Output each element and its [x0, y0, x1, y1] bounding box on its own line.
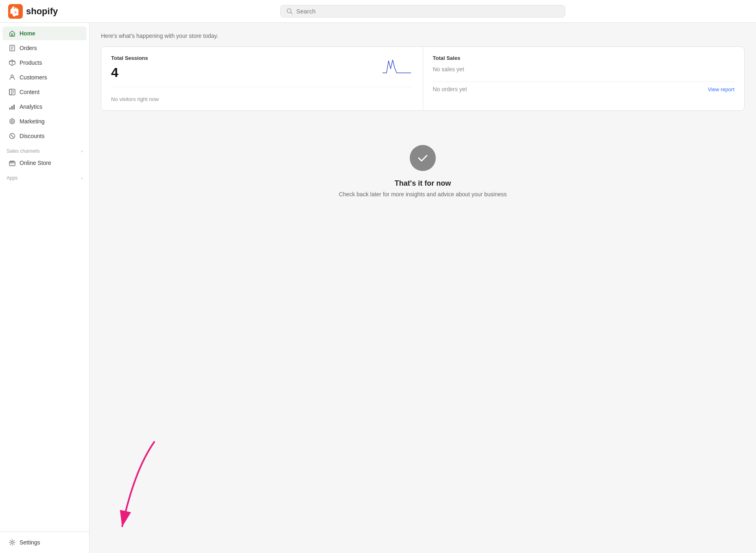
logo-text: shopify — [26, 6, 58, 17]
arrow-annotation — [94, 437, 175, 545]
sidebar-item-discounts[interactable]: Discounts — [2, 129, 87, 143]
svg-rect-16 — [9, 89, 11, 95]
layout: Home Orders Products Custo — [0, 23, 756, 553]
sidebar-bottom: Settings — [0, 531, 89, 550]
online-store-icon — [9, 160, 15, 166]
svg-point-14 — [11, 75, 13, 77]
sessions-chart — [380, 57, 413, 79]
sales-channels-label: Sales channels — [7, 148, 39, 154]
svg-line-5 — [291, 12, 293, 14]
sessions-header: Total Sessions 4 — [111, 55, 413, 83]
sidebar-item-home[interactable]: Home — [2, 26, 87, 40]
sales-values: No sales yet — [433, 66, 735, 77]
sales-title: Total Sales — [433, 55, 735, 61]
check-circle — [410, 145, 436, 171]
sales-channels-section: Sales channels › — [0, 143, 89, 156]
svg-text:S: S — [14, 11, 17, 14]
sidebar-item-customers[interactable]: Customers — [2, 70, 87, 84]
main-content: Here's what's happening with your store … — [90, 23, 756, 553]
sidebar-item-customers-label: Customers — [20, 74, 47, 81]
sidebar-item-settings[interactable]: Settings — [2, 535, 87, 549]
home-icon — [9, 30, 15, 37]
sidebar-item-products-label: Products — [20, 59, 42, 66]
sidebar-item-products[interactable]: Products — [2, 56, 87, 70]
sidebar-item-settings-label: Settings — [20, 539, 40, 546]
checkmark-icon — [416, 151, 429, 165]
apps-label: Apps — [7, 175, 17, 181]
sessions-title: Total Sessions — [111, 55, 148, 61]
no-orders-text: No orders yet — [433, 86, 467, 92]
discounts-icon — [9, 133, 15, 139]
search-bar[interactable] — [280, 5, 565, 18]
svg-point-33 — [11, 162, 12, 163]
sidebar-item-content[interactable]: Content — [2, 85, 87, 99]
svg-rect-21 — [11, 106, 13, 110]
sidebar-item-marketing[interactable]: Marketing — [2, 114, 87, 128]
sidebar-item-analytics-label: Analytics — [20, 103, 42, 110]
stats-cards: Total Sessions 4 No visitors right now — [101, 46, 745, 111]
sessions-value: 4 — [111, 65, 148, 80]
header: S shopify — [0, 0, 756, 23]
svg-rect-20 — [9, 108, 11, 110]
total-sessions-card: Total Sessions 4 No visitors right now — [101, 47, 423, 110]
total-sales-card: Total Sales No sales yet No orders yet V… — [423, 47, 745, 110]
sessions-chart-svg — [380, 57, 413, 77]
main-subtitle: Here's what's happening with your store … — [101, 33, 745, 39]
thats-it-subtitle: Check back later for more insights and a… — [339, 191, 507, 198]
content-icon — [9, 89, 15, 95]
no-sales-text: No sales yet — [433, 66, 735, 72]
sidebar-item-orders-label: Orders — [20, 45, 37, 51]
svg-rect-22 — [13, 105, 15, 110]
sidebar-item-analytics[interactable]: Analytics — [2, 100, 87, 114]
apps-section: Apps › — [0, 170, 89, 182]
svg-rect-6 — [11, 34, 13, 36]
sidebar: Home Orders Products Custo — [0, 23, 90, 553]
sidebar-item-online-store[interactable]: Online Store — [2, 156, 87, 170]
view-report-link[interactable]: View report — [708, 86, 734, 92]
sidebar-item-discounts-label: Discounts — [20, 133, 44, 139]
arrow-svg — [94, 437, 175, 543]
thats-it-title: That's it for now — [395, 179, 451, 188]
sessions-info: Total Sessions 4 — [111, 55, 148, 83]
sidebar-item-online-store-label: Online Store — [20, 160, 51, 166]
customers-icon — [9, 74, 15, 81]
thats-it-section: That's it for now Check back later for m… — [101, 121, 745, 222]
chevron-right-icon: › — [81, 149, 83, 154]
sidebar-item-home-label: Home — [20, 30, 35, 37]
svg-point-29 — [11, 135, 12, 136]
orders-icon — [9, 45, 15, 51]
sessions-sub: No visitors right now — [111, 96, 413, 102]
search-input[interactable] — [296, 8, 559, 15]
svg-point-30 — [13, 137, 14, 138]
sidebar-item-marketing-label: Marketing — [20, 118, 44, 125]
sidebar-item-orders[interactable]: Orders — [2, 41, 87, 55]
marketing-icon — [9, 118, 15, 125]
products-icon — [9, 59, 15, 66]
settings-icon — [9, 539, 15, 546]
logo-area: S shopify — [8, 4, 98, 19]
chevron-right-apps-icon: › — [81, 176, 83, 180]
svg-rect-34 — [11, 164, 14, 165]
svg-point-25 — [12, 121, 13, 122]
svg-point-32 — [10, 162, 11, 163]
svg-point-35 — [11, 542, 13, 544]
sidebar-item-content-label: Content — [20, 89, 39, 95]
shopify-logo-icon: S — [8, 4, 23, 19]
analytics-icon — [9, 103, 15, 110]
search-icon — [286, 8, 293, 15]
